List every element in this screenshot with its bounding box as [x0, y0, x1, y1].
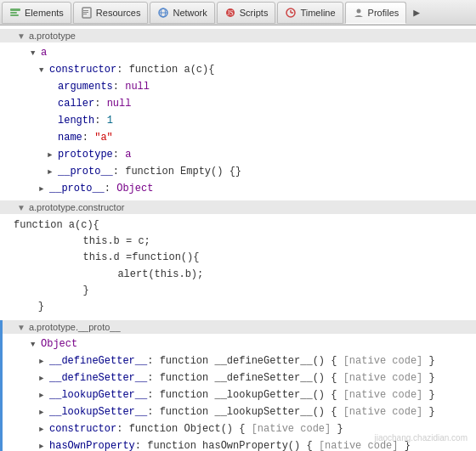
section-header-a-prototype[interactable]: ▼ a.prototype [0, 29, 476, 42]
line-prototype: ► prototype: a [0, 146, 476, 163]
section-arrow-1: ▼ [17, 31, 26, 41]
line-object: ▼ Object [0, 335, 476, 352]
svg-rect-2 [10, 14, 19, 16]
svg-rect-0 [10, 8, 20, 11]
section-arrow-2: ▼ [17, 203, 26, 212]
line-proto-fn: ► __proto__: function Empty() {} [0, 163, 476, 180]
profiles-icon [353, 7, 365, 19]
line-lookupGetter: ► __lookupGetter__: function __lookupGet… [0, 386, 476, 403]
section-title-3: a.prototype.__proto__ [29, 322, 121, 332]
tab-scripts[interactable]: JS Scripts [217, 2, 276, 24]
section-title-2: a.prototype.constructor [29, 202, 125, 212]
svg-rect-4 [83, 10, 88, 11]
tab-resources[interactable]: Resources [73, 2, 149, 24]
tab-network[interactable]: Network [150, 2, 214, 24]
tab-profiles[interactable]: Profiles [345, 2, 407, 24]
line-a: ▼ a [0, 44, 476, 61]
svg-rect-5 [83, 12, 88, 13]
section-arrow-3: ▼ [17, 323, 26, 332]
svg-text:JS: JS [227, 9, 234, 17]
left-indicator [0, 320, 3, 451]
section-header-2[interactable]: ▼ a.prototype.constructor [0, 200, 476, 214]
section-title-1: a.prototype [29, 31, 76, 41]
svg-rect-6 [83, 14, 87, 14]
svg-rect-1 [10, 12, 17, 14]
line-constructor: ▼ constructor: function a(c){ [0, 61, 476, 78]
line-name: name: "a" [0, 129, 476, 146]
tab-elements[interactable]: Elements [2, 2, 71, 24]
more-tabs-button[interactable]: ▶ [408, 3, 425, 23]
line-caller: caller: null [0, 95, 476, 112]
tab-scripts-label: Scripts [240, 8, 269, 18]
section-header-3[interactable]: ▼ a.prototype.__proto__ [0, 320, 476, 334]
tab-elements-label: Elements [25, 8, 64, 18]
line-defineSetter: ► __defineSetter__: function __defineSet… [0, 369, 476, 386]
scripts-icon: JS [224, 7, 236, 19]
line-arguments: arguments: null [0, 78, 476, 95]
line-length: length: 1 [0, 112, 476, 129]
tab-timeline[interactable]: Timeline [277, 2, 343, 24]
tab-profiles-label: Profiles [368, 8, 400, 18]
section-a-prototype-constructor: ▼ a.prototype.constructor function a(c){… [0, 200, 476, 319]
section-body-1: ▼ a ▼ constructor: function a(c){ argume… [0, 42, 476, 199]
svg-point-15 [356, 8, 360, 13]
tab-resources-label: Resources [96, 8, 141, 18]
tab-network-label: Network [173, 8, 207, 18]
line-defineGetter: ► __defineGetter__: function __defineGet… [0, 352, 476, 369]
line-lookupSetter: ► __lookupSetter__: function __lookupSet… [0, 403, 476, 420]
resources-icon [81, 7, 93, 19]
section-a-prototype-proto: ▼ a.prototype.__proto__ ▼ Object ► __def… [0, 320, 476, 451]
content-area: ▼ a.prototype ▼ a ▼ constructor: functio… [0, 25, 476, 451]
tab-timeline-label: Timeline [300, 8, 335, 18]
code-block-constructor: function a(c){ this.b = c; this.d =funct… [0, 216, 476, 317]
section-a-prototype: ▼ a.prototype ▼ a ▼ constructor: functio… [0, 29, 476, 199]
watermark: jiaochang.chazidian.com [374, 433, 468, 443]
timeline-icon [285, 7, 297, 19]
network-icon [157, 7, 169, 19]
tab-bar: Elements Resources Network JS Scripts Ti… [0, 0, 476, 25]
elements-icon [9, 7, 21, 19]
section-body-2: function a(c){ this.b = c; this.d =funct… [0, 214, 476, 319]
line-proto-object: ► __proto__: Object [0, 180, 476, 197]
